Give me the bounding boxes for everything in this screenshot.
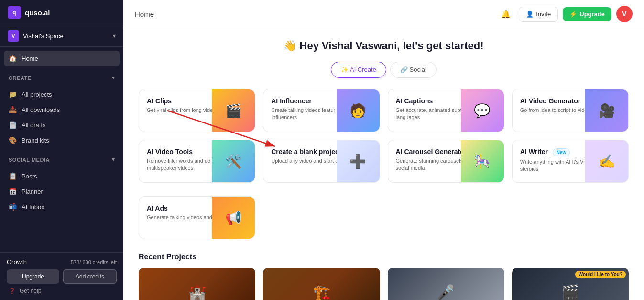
all-projects-label: All projects — [22, 91, 52, 98]
project-thumb-3-image: 🎤 — [437, 284, 455, 300]
get-help-link[interactable]: ❓ Get help — [7, 284, 117, 294]
content-area: 👋 Hey Vishal Vaswani, let's get started!… — [123, 28, 644, 300]
posts-label: Posts — [22, 173, 37, 180]
card-ai-video-generator[interactable]: AI Video Generator Go from idea to scrip… — [512, 89, 629, 132]
workspace-selector[interactable]: V Vishal's Space ▾ — [0, 25, 123, 47]
card-ai-clips[interactable]: AI Clips Get viral clips from long video… — [139, 89, 255, 132]
project-card-1[interactable]: 🏰 AI Video 00:33 — [139, 268, 255, 300]
card-ai-carousel-thumbnail: 🎠 — [461, 140, 504, 182]
project-thumb-2: 🏗️ AI Video 00:36 — [263, 268, 380, 300]
chevron-down-icon: ▾ — [113, 33, 116, 39]
card-blank-project-thumbnail: ➕ — [337, 140, 380, 182]
ai-inbox-label: AI Inbox — [22, 203, 44, 211]
social-section-label: SOCIAL MEDIA — [9, 157, 50, 163]
create-section-label: CREATE — [9, 75, 31, 81]
projects-grid: 🏰 AI Video 00:33 🏗️ AI Video 00:36 🎤 — [139, 268, 629, 300]
tab-bar: ✨ AI Create 🔗 Social — [139, 62, 629, 78]
sidebar-item-home[interactable]: 🏠 Home — [4, 51, 120, 66]
card-ai-clips-thumbnail: 🎬 — [212, 89, 255, 132]
download-icon: 📥 — [9, 106, 17, 113]
planner-icon: 📅 — [9, 188, 17, 195]
sidebar-item-planner[interactable]: 📅 Planner — [4, 184, 120, 199]
all-drafts-label: All drafts — [22, 122, 46, 129]
card-ai-video-tools-thumbnail: 🛠️ — [212, 140, 255, 182]
project-thumb-1: 🏰 AI Video 00:33 — [139, 268, 255, 300]
credits-display: 573/ 600 credits left — [71, 259, 117, 265]
card-blank-project[interactable]: Create a blank project Upload any video … — [263, 140, 380, 183]
tab-social[interactable]: 🔗 Social — [390, 62, 437, 78]
card-ai-captions[interactable]: AI Captions Get accurate, animated subti… — [388, 89, 504, 132]
cards-grid: AI Clips Get viral clips from long video… — [139, 89, 629, 183]
planner-label: Planner — [22, 188, 43, 195]
card-ai-carousel[interactable]: AI Carousel Generator Generate stunning … — [388, 140, 504, 183]
project-4-overlay: Would I Lie to You? — [575, 271, 626, 278]
new-badge: New — [553, 148, 570, 156]
page-greeting: 👋 Hey Vishal Vaswani, let's get started! — [139, 40, 629, 52]
sidebar-nav: 🏠 Home — [0, 47, 123, 70]
home-icon: 🏠 — [9, 55, 17, 62]
project-card-2[interactable]: 🏗️ AI Video 00:36 — [263, 268, 380, 300]
posts-icon: 📋 — [9, 172, 17, 180]
drafts-icon: 📄 — [9, 121, 17, 129]
card-ai-influencer-thumbnail: 🧑 — [337, 89, 380, 132]
project-thumb-2-image: 🏗️ — [313, 284, 330, 300]
sidebar-footer: Growth 573/ 600 credits left Upgrade Add… — [0, 252, 123, 300]
recent-projects-section: Recent Projects 🏰 AI Video 00:33 🏗️ AI V… — [139, 253, 629, 300]
social-nav: 📋 Posts 📅 Planner 📬 AI Inbox — [0, 165, 123, 218]
tab-ai-create[interactable]: ✨ AI Create — [331, 62, 386, 78]
project-thumb-3: 🎤 AI Captions 01:07 — [388, 268, 504, 300]
get-help-label: Get help — [20, 288, 41, 294]
create-section-header: CREATE ▾ — [0, 70, 123, 83]
card-ai-writer[interactable]: AI Writer New Write anything with AI It'… — [512, 140, 629, 183]
sidebar-item-ai-inbox[interactable]: 📬 AI Inbox — [4, 199, 120, 214]
add-credits-button[interactable]: Add credits — [63, 269, 117, 284]
plan-label: Growth — [7, 258, 27, 266]
notifications-button[interactable]: 🔔 — [498, 6, 514, 22]
sidebar-logo: q quso.ai — [0, 0, 123, 25]
avatar-initials: V — [622, 10, 626, 18]
project-thumb-4-image: 🎬 — [561, 284, 579, 300]
help-icon: ❓ — [9, 288, 16, 294]
brand-kits-label: Brand kits — [22, 137, 49, 144]
card-ai-video-tools[interactable]: AI Video Tools Remove filler words and e… — [139, 140, 255, 183]
card-ai-influencer[interactable]: AI Influencer Create talking videos feat… — [263, 89, 380, 132]
sidebar-item-brand-kits[interactable]: 🎨 Brand kits — [4, 133, 120, 148]
workspace-name: Vishal's Space — [23, 33, 64, 40]
lightning-icon: ⚡ — [569, 11, 577, 18]
workspace-icon: V — [8, 30, 19, 42]
card-ai-video-generator-thumbnail: 🎥 — [585, 89, 628, 132]
sidebar-item-home-label: Home — [22, 55, 38, 62]
sidebar-item-all-projects[interactable]: 📁 All projects — [4, 87, 120, 102]
project-thumb-1-image: 🏰 — [188, 284, 206, 300]
social-section-collapse-icon[interactable]: ▾ — [112, 156, 115, 163]
brand-icon: 🎨 — [9, 136, 17, 144]
sidebar-item-posts[interactable]: 📋 Posts — [4, 168, 120, 184]
invite-icon: 👤 — [526, 11, 534, 18]
card-ai-ads-thumbnail: 📢 — [212, 197, 255, 239]
page-title: Home — [135, 10, 154, 18]
project-card-3[interactable]: 🎤 AI Captions 01:07 — [388, 268, 504, 300]
create-nav: 📁 All projects 📥 All downloads 📄 All dra… — [0, 83, 123, 152]
upgrade-sidebar-button[interactable]: Upgrade — [7, 269, 59, 284]
main-content: Home 🔔 👤 Invite ⚡ Upgrade V 👋 Hey Vishal… — [123, 0, 644, 300]
user-avatar[interactable]: V — [616, 6, 633, 22]
project-card-4[interactable]: 🎬 Would I Lie to You? AI Captions 07:04 — [512, 268, 629, 300]
card-ai-writer-thumbnail: ✍️ — [585, 140, 628, 182]
create-section-collapse-icon[interactable]: ▾ — [112, 75, 115, 81]
logo-icon: q — [8, 6, 21, 19]
cards-section: AI Clips Get viral clips from long video… — [139, 89, 629, 239]
sidebar-item-all-downloads[interactable]: 📥 All downloads — [4, 102, 120, 117]
invite-button[interactable]: 👤 Invite — [519, 7, 558, 22]
social-section-header: SOCIAL MEDIA ▾ — [0, 152, 123, 165]
app-name: quso.ai — [25, 9, 50, 17]
sidebar: q quso.ai V Vishal's Space ▾ 🏠 Home CREA… — [0, 0, 123, 300]
sidebar-item-all-drafts[interactable]: 📄 All drafts — [4, 117, 120, 133]
recent-projects-title: Recent Projects — [139, 253, 629, 261]
inbox-icon: 📬 — [9, 203, 17, 211]
upgrade-topbar-label: Upgrade — [579, 11, 605, 18]
card-ai-ads[interactable]: AI Ads Generate talking videos and AI Ad… — [139, 196, 255, 239]
card-ai-captions-thumbnail: 💬 — [461, 89, 504, 132]
all-downloads-label: All downloads — [22, 106, 60, 113]
upgrade-topbar-button[interactable]: ⚡ Upgrade — [563, 7, 611, 21]
project-thumb-4: 🎬 Would I Lie to You? AI Captions 07:04 — [512, 268, 629, 300]
